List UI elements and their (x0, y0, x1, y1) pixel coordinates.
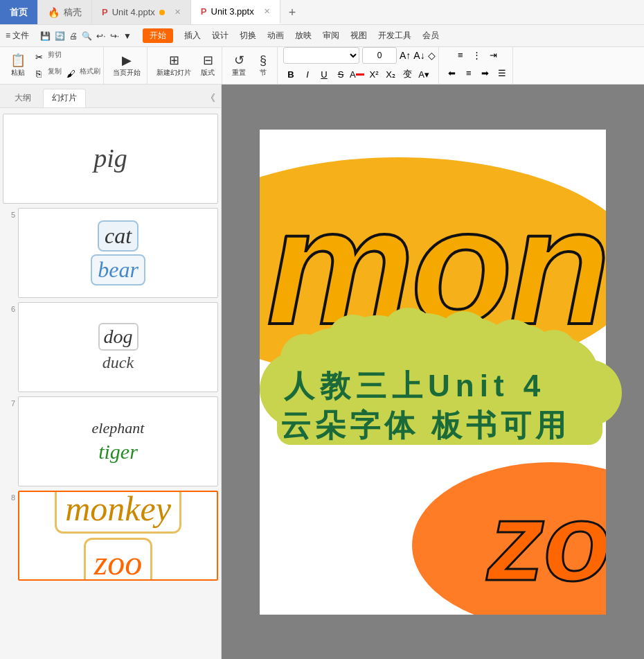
tab-home[interactable]: 首页 (0, 0, 38, 24)
copy-label[interactable]: 复制 (48, 67, 62, 82)
new-tab-button[interactable]: + (280, 0, 305, 25)
layout-icon: ⊟ (203, 54, 213, 67)
tab-unit3[interactable]: P Unit 3.pptx ✕ (191, 0, 280, 24)
highlight-button[interactable]: A▾ (416, 67, 431, 82)
slide-6-dog-word: dog (98, 323, 138, 351)
slide-thumb-5: cat bear (18, 208, 218, 298)
slide-num-8: 8 (3, 491, 15, 502)
font-color-button[interactable]: A (350, 67, 365, 82)
member-menu[interactable]: 会员 (422, 30, 439, 42)
format-painter-label[interactable]: 格式刷 (80, 67, 100, 82)
format-painter-button[interactable]: 🖌 (63, 67, 78, 82)
slide-item-5[interactable]: 5 cat bear (3, 208, 218, 298)
tab-unit4[interactable]: P Unit 4.pptx ✕ (92, 0, 191, 24)
paste-icon: 📋 (10, 54, 26, 67)
view-menu[interactable]: 视图 (350, 30, 367, 42)
reset-button[interactable]: ↺ 重置 (228, 52, 250, 80)
slide-6-content: dog duck (19, 303, 217, 392)
subscript-button[interactable]: X₂ (383, 67, 398, 82)
cut-label[interactable]: 剪切 (48, 50, 62, 65)
reset-icon: ↺ (234, 54, 244, 67)
cut-button[interactable]: ✂ (31, 50, 46, 65)
design-menu[interactable]: 设计 (212, 30, 229, 42)
review-menu[interactable]: 审阅 (323, 30, 339, 42)
align-center-button[interactable]: ≡ (461, 65, 476, 80)
unit3-label: Unit 3.pptx (211, 6, 254, 17)
slide-item-8[interactable]: 8 monkey zoo (3, 491, 218, 581)
strikethrough-button[interactable]: S (333, 67, 348, 82)
slide-7-elephant-word: elephant (92, 419, 145, 437)
tab-unit3-close[interactable]: ✕ (264, 7, 270, 16)
save-icon[interactable]: 💾 (40, 31, 51, 41)
slide-num-6: 6 (3, 302, 15, 313)
clear-format-icon[interactable]: ◇ (428, 50, 436, 61)
tab-slides[interactable]: 幻灯片 (43, 89, 86, 107)
tab-unit4-close[interactable]: ✕ (175, 8, 181, 17)
slide-item-6[interactable]: 6 dog duck (3, 302, 218, 392)
new-slide-group: ⊞ 新建幻灯片 ⊟ 版式 (150, 47, 222, 84)
bold-button[interactable]: B (283, 67, 298, 82)
font-size-input[interactable] (362, 47, 397, 64)
toolbar: 📋 粘贴 ✂ 剪切 ⎘ 复制 🖌 格式刷 ▶ 当页开始 ⊞ 新建幻灯片 (0, 47, 644, 85)
slide-thumb-8: monkey zoo (18, 491, 218, 581)
play-menu[interactable]: 放映 (295, 30, 312, 42)
toolbar-icons-group: 💾 🔄 🖨 🔍 ↩· ↪· ▼ (40, 31, 132, 41)
copy-button[interactable]: ⎘ (31, 67, 46, 82)
underline-button[interactable]: U (316, 67, 332, 82)
tab-caogao[interactable]: 🔥 稿壳 (38, 0, 92, 24)
main-slide-svg: mon mon zo zo (260, 130, 606, 615)
italic-button[interactable]: I (300, 67, 315, 82)
devtools-menu[interactable]: 开发工具 (378, 30, 411, 42)
icon2[interactable]: 🔄 (55, 31, 65, 41)
icon4[interactable]: 🔍 (82, 31, 92, 41)
paste-button[interactable]: 📋 粘贴 (7, 52, 29, 80)
slide-item-7[interactable]: 7 elephant tiger (3, 396, 218, 486)
indent-more-button[interactable]: ⇥ (486, 47, 501, 62)
slide-item-4[interactable]: pig (3, 114, 218, 204)
start-from-current-button[interactable]: ▶ 当页开始 (109, 52, 144, 80)
special-char-button[interactable]: 变 (400, 67, 415, 82)
font-group: A↑ A↓ ◇ B I U S A X² X₂ 变 A▾ (280, 47, 439, 84)
font-increase-icon[interactable]: A↑ (400, 50, 411, 61)
home-tab-label: 首页 (10, 6, 28, 19)
section-icon: § (260, 54, 267, 67)
title-bar: 首页 🔥 稿壳 P Unit 4.pptx ✕ P Unit 3.pptx ✕ … (0, 0, 644, 25)
switch-menu[interactable]: 切换 (240, 30, 256, 42)
icon3[interactable]: 🖨 (69, 31, 78, 41)
new-slide-button[interactable]: ⊞ 新建幻灯片 (153, 52, 195, 80)
unsaved-dot (159, 10, 165, 15)
slide-7-content: elephant tiger (92, 397, 145, 486)
sidebar-tab-bar: 大纲 幻灯片 《 (0, 85, 221, 108)
svg-text:zo: zo (486, 480, 606, 604)
more-arrow[interactable]: ▼ (123, 31, 132, 41)
file-menu[interactable]: ≡ 文件 (6, 30, 29, 42)
align-left-button[interactable]: ⬅ (445, 65, 460, 80)
layout-button[interactable]: ⊟ 版式 (197, 52, 219, 80)
align-right-button[interactable]: ➡ (478, 65, 493, 80)
slide-5-bear-word: bear (91, 254, 145, 285)
font-decrease-icon[interactable]: A↓ (413, 50, 424, 61)
alignment-group: ≡ ⋮ ⇥ ⬅ ≡ ➡ ☰ (442, 47, 513, 84)
slide-8-zoo-word: zoo (84, 538, 152, 581)
tab-outline[interactable]: 大纲 (6, 89, 40, 107)
slide-view: mon mon zo zo (222, 85, 644, 659)
superscript-button[interactable]: X² (366, 67, 382, 82)
animate-menu[interactable]: 动画 (267, 30, 284, 42)
section-button[interactable]: § 节 (252, 52, 274, 80)
list-ordered-button[interactable]: ⋮ (469, 47, 485, 62)
caogao-icon: 🔥 (48, 7, 60, 18)
undo-button[interactable]: ↩· (96, 31, 105, 41)
ribbon-start-tab[interactable]: 开始 (143, 28, 173, 43)
redo-button[interactable]: ↪· (110, 31, 119, 41)
font-family-select[interactable] (283, 47, 359, 64)
insert-menu[interactable]: 插入 (184, 30, 201, 42)
sidebar-collapse-button[interactable]: 《 (206, 92, 215, 105)
list-unordered-button[interactable]: ≡ (453, 47, 468, 62)
main-slide-canvas: mon mon zo zo (260, 130, 606, 615)
align-justify-button[interactable]: ☰ (494, 65, 510, 80)
reset-section-group: ↺ 重置 § 节 (225, 47, 278, 84)
slide-thumb-6: dog duck (18, 302, 218, 392)
new-slide-icon: ⊞ (169, 54, 179, 67)
play-icon: ▶ (122, 54, 132, 67)
slide-thumb-7: elephant tiger (18, 396, 218, 486)
